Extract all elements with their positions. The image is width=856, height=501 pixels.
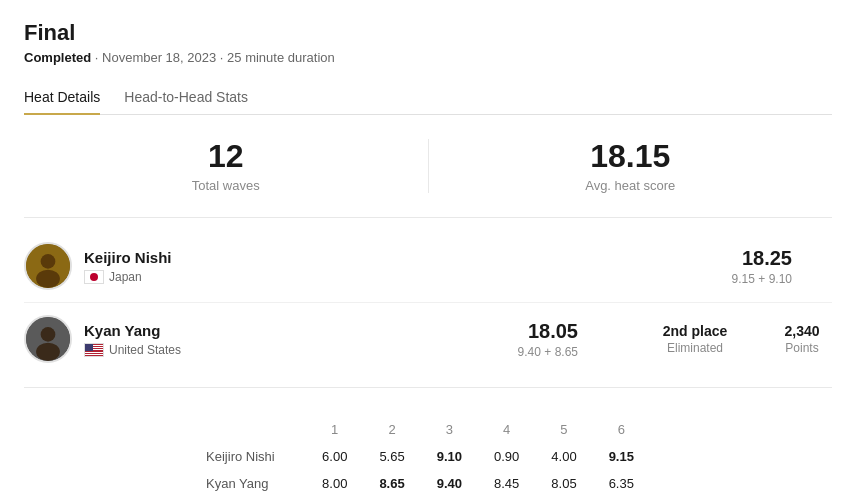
svg-point-4 <box>41 327 56 342</box>
points-label-yang: Points <box>772 341 832 355</box>
athletes-list: Keijiro Nishi Japan 18.25 9.15 + 9.10 Ky… <box>24 218 832 388</box>
row-athlete-nishi: Keijiro Nishi <box>206 443 306 470</box>
col-header-5: 5 <box>535 416 592 443</box>
score-nishi-6: 9.15 <box>593 443 650 470</box>
athlete-info-yang: Kyan Yang United States <box>84 322 518 357</box>
page-title: Final <box>24 20 832 46</box>
svg-point-2 <box>36 270 60 288</box>
score-nishi-3: 9.10 <box>421 443 478 470</box>
athlete-name-yang: Kyan Yang <box>84 322 518 339</box>
svg-point-5 <box>36 343 60 361</box>
flag-us <box>84 343 104 357</box>
score-yang-6: 6.35 <box>593 470 650 497</box>
result-status-yang: Eliminated <box>650 341 740 355</box>
flag-japan <box>84 270 104 284</box>
avg-heat-score-value: 18.15 <box>429 139 833 174</box>
athlete-scores-yang: 18.05 9.40 + 8.65 <box>518 320 618 359</box>
date-duration: · November 18, 2023 · 25 minute duration <box>95 50 335 65</box>
stat-total-waves: 12 Total waves <box>24 139 428 193</box>
avg-heat-score-label: Avg. heat score <box>429 178 833 193</box>
total-waves-label: Total waves <box>24 178 428 193</box>
result-place-yang: 2nd place <box>650 323 740 339</box>
athlete-row-nishi: Keijiro Nishi Japan 18.25 9.15 + 9.10 <box>24 230 832 302</box>
athlete-country-nishi: Japan <box>84 270 732 284</box>
result-info-yang: 2nd place Eliminated <box>650 323 740 355</box>
status-badge: Completed <box>24 50 91 65</box>
avatar-nishi <box>24 242 72 290</box>
svg-point-1 <box>41 254 56 269</box>
score-nishi-4: 0.90 <box>478 443 535 470</box>
points-info-yang: 2,340 Points <box>772 323 832 355</box>
wave-scores-nishi: 9.15 + 9.10 <box>732 272 792 286</box>
stats-bar: 12 Total waves 18.15 Avg. heat score <box>24 115 832 218</box>
total-waves-value: 12 <box>24 139 428 174</box>
table-row: Keijiro Nishi 6.00 5.65 9.10 0.90 4.00 9… <box>206 443 650 470</box>
score-yang-4: 8.45 <box>478 470 535 497</box>
col-header-athlete <box>206 416 306 443</box>
table-row: Kyan Yang 8.00 8.65 9.40 8.45 8.05 6.35 <box>206 470 650 497</box>
subtitle: Completed · November 18, 2023 · 25 minut… <box>24 50 832 65</box>
avatar-yang <box>24 315 72 363</box>
score-nishi-2: 5.65 <box>363 443 420 470</box>
tab-head-to-head[interactable]: Head-to-Head Stats <box>124 81 248 115</box>
score-table: 1 2 3 4 5 6 Keijiro Nishi 6.00 5.65 9.10… <box>24 408 832 497</box>
tab-heat-details[interactable]: Heat Details <box>24 81 100 115</box>
row-athlete-yang: Kyan Yang <box>206 470 306 497</box>
col-header-1: 1 <box>306 416 363 443</box>
total-score-yang: 18.05 <box>528 320 578 343</box>
wave-scores-table: 1 2 3 4 5 6 Keijiro Nishi 6.00 5.65 9.10… <box>206 416 650 497</box>
score-yang-2: 8.65 <box>363 470 420 497</box>
wave-scores-yang: 9.40 + 8.65 <box>518 345 578 359</box>
score-yang-3: 9.40 <box>421 470 478 497</box>
points-value-yang: 2,340 <box>772 323 832 339</box>
col-header-2: 2 <box>363 416 420 443</box>
athlete-name-nishi: Keijiro Nishi <box>84 249 732 266</box>
athlete-info-nishi: Keijiro Nishi Japan <box>84 249 732 284</box>
score-nishi-1: 6.00 <box>306 443 363 470</box>
tabs-bar: Heat Details Head-to-Head Stats <box>24 81 832 115</box>
col-header-4: 4 <box>478 416 535 443</box>
athlete-row-yang: Kyan Yang United States 18.05 9.40 + 8.6… <box>24 302 832 375</box>
athlete-scores-nishi: 18.25 9.15 + 9.10 <box>732 247 832 286</box>
col-header-3: 3 <box>421 416 478 443</box>
country-yang: United States <box>109 343 181 357</box>
stat-avg-heat-score: 18.15 Avg. heat score <box>428 139 833 193</box>
table-header-row: 1 2 3 4 5 6 <box>206 416 650 443</box>
score-yang-5: 8.05 <box>535 470 592 497</box>
athlete-country-yang: United States <box>84 343 518 357</box>
score-nishi-5: 4.00 <box>535 443 592 470</box>
score-yang-1: 8.00 <box>306 470 363 497</box>
total-score-nishi: 18.25 <box>742 247 792 270</box>
country-nishi: Japan <box>109 270 142 284</box>
col-header-6: 6 <box>593 416 650 443</box>
